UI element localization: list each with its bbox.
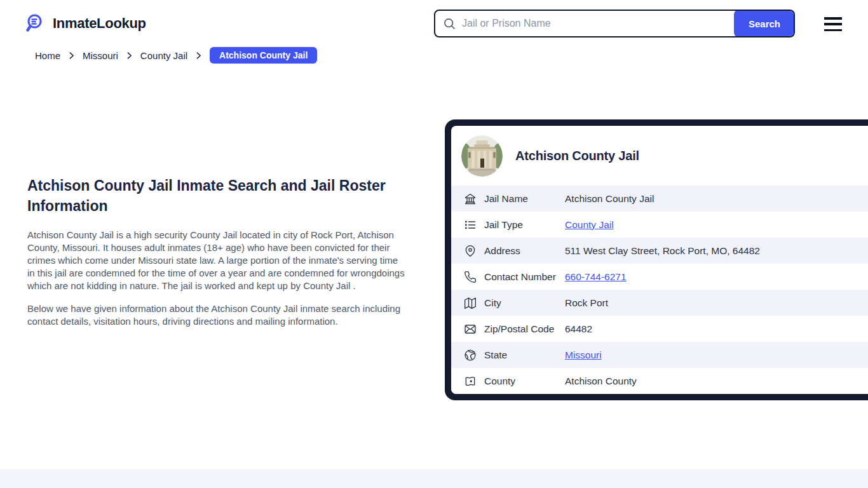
- phone-icon: [464, 271, 477, 283]
- brand-logo[interactable]: InmateLookup: [25, 13, 146, 34]
- page-title: Atchison County Jail Inmate Search and J…: [27, 175, 406, 216]
- state-link[interactable]: Missouri: [565, 349, 602, 361]
- table-row-state: State Missouri: [451, 342, 868, 368]
- jail-photo: [461, 135, 503, 177]
- row-value: Rock Port: [565, 297, 608, 309]
- breadcrumb-current-badge: Atchison County Jail: [210, 47, 317, 64]
- magnifier-list-icon: [25, 13, 47, 34]
- row-value: Atchison County Jail: [565, 193, 654, 205]
- search-icon: [443, 17, 456, 30]
- search-bar: Search: [434, 10, 795, 37]
- jail-info-card: Atchison County Jail Jail Name Atchison …: [445, 119, 868, 400]
- table-row-contact: Contact Number 660-744-6271: [451, 264, 868, 290]
- table-row-address: Address 511 West Clay Street, Rock Port,…: [451, 238, 868, 264]
- row-label: State: [484, 349, 565, 361]
- table-row-county: County Atchison County: [451, 368, 868, 394]
- card-header: Atchison County Jail: [451, 126, 868, 186]
- row-value: 64482: [565, 323, 592, 335]
- table-row-jail-type: Jail Type County Jail: [451, 212, 868, 238]
- jail-type-link[interactable]: County Jail: [565, 219, 614, 231]
- row-label: Contact Number: [484, 271, 565, 283]
- jail-details-table: Jail Name Atchison County Jail Jail Type…: [451, 186, 868, 394]
- row-label: City: [484, 297, 565, 309]
- breadcrumb-county-jail[interactable]: County Jail: [140, 50, 187, 61]
- table-row-zip: Zip/Postal Code 64482: [451, 316, 868, 342]
- row-label: Zip/Postal Code: [484, 323, 565, 335]
- row-label: Jail Type: [484, 219, 565, 231]
- chevron-right-icon: [125, 51, 133, 60]
- globe-icon: [464, 349, 477, 362]
- table-row-city: City Rock Port: [451, 290, 868, 316]
- search-button[interactable]: Search: [734, 10, 795, 37]
- breadcrumb-missouri[interactable]: Missouri: [83, 50, 118, 61]
- map-icon: [464, 297, 477, 309]
- county-map-icon: [464, 375, 477, 388]
- bank-icon: [464, 193, 477, 205]
- menu-icon[interactable]: [824, 17, 842, 31]
- breadcrumb-home[interactable]: Home: [35, 50, 60, 61]
- card-title: Atchison County Jail: [515, 149, 639, 163]
- list-icon: [464, 219, 477, 231]
- row-value: 511 West Clay Street, Rock Port, MO, 644…: [565, 245, 760, 257]
- row-label: Jail Name: [484, 193, 565, 205]
- search-input[interactable]: [456, 11, 734, 36]
- footer-band: [0, 469, 868, 488]
- chevron-right-icon: [67, 51, 76, 60]
- phone-link[interactable]: 660-744-6271: [565, 271, 627, 283]
- info-paragraph: Below we have given information about th…: [27, 302, 406, 328]
- table-row-jail-name: Jail Name Atchison County Jail: [451, 186, 868, 212]
- main-content: Atchison County Jail Inmate Search and J…: [27, 175, 406, 338]
- map-pin-icon: [464, 245, 477, 257]
- breadcrumb: Home Missouri County Jail Atchison Count…: [35, 47, 317, 64]
- mail-icon: [464, 323, 477, 336]
- row-value: Atchison County: [565, 376, 637, 387]
- brand-name: InmateLookup: [53, 15, 146, 32]
- row-label: County: [484, 376, 565, 387]
- row-label: Address: [484, 245, 565, 257]
- chevron-right-icon: [194, 51, 203, 60]
- intro-paragraph: Atchison County Jail is a high security …: [27, 229, 406, 292]
- page: InmateLookup Search Home Missouri County…: [0, 0, 868, 488]
